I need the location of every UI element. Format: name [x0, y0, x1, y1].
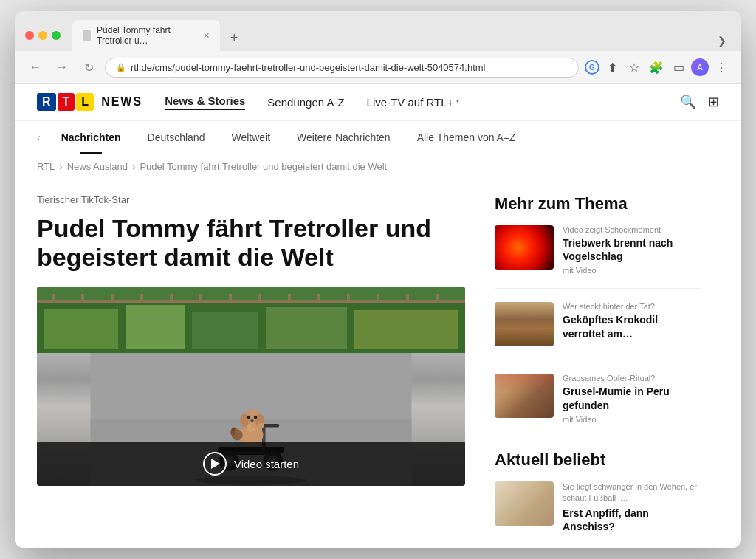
site-header: R T L NEWS News & Stories Sendungen A-Z … [15, 84, 741, 120]
sub-nav-back-icon[interactable]: ‹ [37, 131, 41, 143]
close-button[interactable] [25, 31, 34, 40]
aktuell-label-1: Sie liegt schwanger in den Wehen, er sch… [563, 481, 701, 504]
related-label-3: Grausames Opfer-Ritual? [563, 374, 701, 383]
grid-icon[interactable]: ⊞ [708, 94, 719, 110]
search-icon[interactable]: 🔍 [680, 94, 696, 110]
related-info-3: Grausames Opfer-Ritual? Grusel-Mumie in … [563, 374, 701, 423]
minimize-button[interactable] [38, 31, 47, 40]
related-item-3[interactable]: Grausames Opfer-Ritual? Grusel-Mumie in … [495, 374, 701, 436]
aktuell-title-1: Erst Anpfiff, dann Anschiss? [563, 507, 701, 533]
tab-close-button[interactable]: ✕ [203, 31, 210, 41]
aktuell-info-1: Sie liegt schwanger in den Wehen, er sch… [563, 481, 701, 533]
extensions-icon[interactable]: 🧩 [647, 58, 666, 77]
breadcrumb-sep-1: › [59, 161, 62, 172]
svg-rect-7 [37, 300, 465, 303]
svg-point-45 [251, 423, 257, 429]
fire-thumbnail [495, 225, 554, 270]
bookmark-icon[interactable]: ☆ [625, 58, 644, 77]
tab-overflow-button[interactable]: ❯ [713, 30, 731, 51]
new-tab-button[interactable]: + [223, 25, 246, 51]
video-overlay[interactable]: Video starten [37, 442, 465, 486]
breadcrumb-news-ausland[interactable]: News Ausland [67, 161, 128, 172]
logo-l: L [76, 93, 94, 111]
related-info-1: Video zeigt Schockmoment Triebwerk brenn… [563, 225, 701, 275]
svg-rect-4 [192, 312, 258, 349]
profile-avatar[interactable]: A [691, 58, 709, 76]
svg-rect-13 [199, 294, 202, 303]
related-item-1[interactable]: Video zeigt Schockmoment Triebwerk brenn… [495, 225, 701, 289]
article-main: Tierischer TikTok-Star Pudel Tommy fährt… [37, 194, 465, 533]
play-button[interactable] [203, 452, 227, 476]
url-text: rtl.de/cms/pudel-tommy-faehrt-tretroller… [131, 62, 568, 73]
nav-live-tv[interactable]: Live-TV auf RTL+ ⁺ [367, 96, 460, 109]
google-button[interactable]: G [585, 60, 599, 75]
tab-title: Pudel Tommy fährt Tretroller u… [97, 25, 197, 46]
browser-window: Pudel Tommy fährt Tretroller u… ✕ + ❯ ← … [15, 11, 741, 548]
breadcrumb-current: Pudel Tommy fährt Tretroller und begeist… [140, 161, 387, 172]
svg-point-42 [247, 416, 251, 419]
active-tab[interactable]: Pudel Tommy fährt Tretroller u… ✕ [72, 20, 220, 51]
aktuell-beliebt-title: Aktuell beliebt [495, 450, 701, 470]
browser-toolbar: ← → ↻ 🔒 rtl.de/cms/pudel-tommy-faehrt-tr… [15, 51, 741, 84]
svg-rect-5 [266, 307, 347, 349]
back-button[interactable]: ← [25, 57, 46, 78]
article-images: Video starten [37, 287, 465, 486]
article-title: Pudel Tommy fährt Tretroller und begeist… [37, 214, 465, 272]
svg-rect-18 [347, 294, 350, 303]
svg-rect-15 [258, 294, 261, 303]
logo-news: NEWS [101, 95, 142, 109]
subnav-weitere[interactable]: Weitere Nachrichten [284, 121, 404, 154]
aktuell-item-1[interactable]: Sie liegt schwanger in den Wehen, er sch… [495, 481, 701, 533]
related-label-2: Wer steckt hinter der Tat? [563, 302, 701, 311]
maximize-button[interactable] [52, 31, 61, 40]
svg-rect-3 [126, 305, 185, 349]
breadcrumb-rtl[interactable]: RTL [37, 161, 55, 172]
subnav-deutschland[interactable]: Deutschland [134, 121, 219, 154]
tab-bar: Pudel Tommy fährt Tretroller u… ✕ + ❯ [72, 20, 731, 51]
aktuell-thumb-1 [495, 481, 554, 526]
subnav-weltweit[interactable]: Weltweit [218, 121, 284, 154]
related-meta-1: mit Video [563, 266, 701, 275]
related-title-2: Geköpftes Krokodil verrottet am… [563, 313, 701, 340]
nav-news-stories[interactable]: News & Stories [165, 95, 245, 110]
tab-favicon [83, 30, 91, 41]
share-icon[interactable]: ⬆ [602, 58, 622, 77]
rtl-logo[interactable]: R T L NEWS [37, 93, 142, 111]
svg-rect-9 [81, 294, 84, 303]
traffic-lights [25, 31, 61, 40]
main-content: Tierischer TikTok-Star Pudel Tommy fährt… [15, 179, 741, 548]
related-item-2[interactable]: Wer steckt hinter der Tat? Geköpftes Kro… [495, 302, 701, 360]
main-nav: News & Stories Sendungen A-Z Live-TV auf… [165, 95, 680, 110]
menu-icon[interactable]: ⋮ [712, 58, 731, 77]
related-thumb-2 [495, 302, 554, 346]
related-thumb-1 [495, 225, 554, 270]
forward-button[interactable]: → [52, 57, 72, 78]
svg-rect-21 [436, 294, 439, 303]
svg-point-43 [254, 416, 258, 419]
toolbar-actions: G ⬆ ☆ 🧩 ▭ A ⋮ [585, 58, 731, 77]
svg-rect-10 [111, 294, 114, 303]
live-tv-superscript-icon: ⁺ [456, 98, 459, 106]
related-title-3: Grusel-Mumie in Peru gefunden [563, 385, 701, 411]
subnav-nachrichten[interactable]: Nachrichten [48, 121, 134, 154]
related-meta-3: mit Video [563, 415, 701, 424]
video-label: Video starten [234, 458, 299, 470]
play-triangle-icon [211, 459, 220, 469]
related-info-2: Wer steckt hinter der Tat? Geköpftes Kro… [563, 302, 701, 346]
svg-rect-19 [377, 294, 379, 303]
nav-sendungen[interactable]: Sendungen A-Z [267, 96, 344, 109]
related-title-1: Triebwerk brennt nach Vogelschlag [563, 236, 701, 263]
soccer-thumbnail [495, 481, 554, 526]
sidebar-icon[interactable]: ▭ [669, 58, 688, 77]
article-image-scooter: Video starten [37, 353, 465, 486]
svg-rect-17 [317, 294, 320, 303]
related-label-1: Video zeigt Schockmoment [563, 225, 701, 234]
article-tag: Tierischer TikTok-Star [37, 194, 465, 205]
mummy-thumbnail [495, 374, 554, 418]
subnav-alle-themen[interactable]: Alle Themen von A–Z [404, 121, 529, 154]
svg-point-50 [232, 428, 236, 431]
address-bar[interactable]: 🔒 rtl.de/cms/pudel-tommy-faehrt-tretroll… [105, 58, 579, 78]
header-icons: 🔍 ⊞ [680, 94, 719, 110]
reload-button[interactable]: ↻ [78, 57, 99, 78]
browser-titlebar: Pudel Tommy fährt Tretroller u… ✕ + ❯ [15, 11, 741, 51]
